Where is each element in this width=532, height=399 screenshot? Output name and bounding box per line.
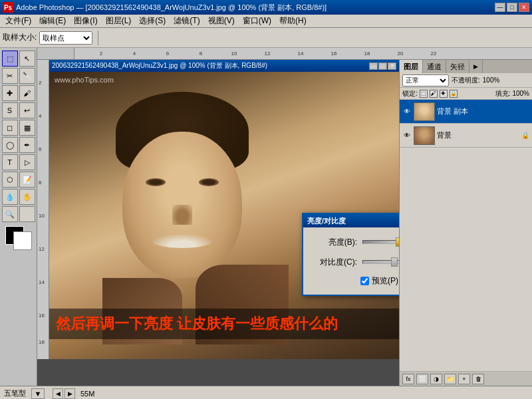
person-face: [122, 132, 242, 278]
layer-fx-button[interactable]: fx: [402, 374, 414, 384]
dialog-title: 亮度/对比度: [307, 216, 346, 226]
layer-mask-button[interactable]: ⬜: [416, 374, 428, 384]
tutorial-text-overlay: 然后再调一下亮度 让皮肤有一些质感什么的: [49, 309, 399, 339]
tool-healing[interactable]: ✚: [2, 85, 18, 101]
menu-window[interactable]: 窗口(W): [239, 15, 275, 27]
tab-more[interactable]: ▶: [469, 60, 483, 73]
tool-eraser[interactable]: ◻: [2, 120, 18, 136]
lock-controls: 锁定: ⬚ 🖌 ✚ 🔒 填充: 100%: [400, 88, 532, 100]
tool-stamp[interactable]: S: [2, 102, 18, 118]
tool-lasso[interactable]: ↖: [19, 51, 35, 66]
brightness-label: 亮度(B):: [314, 237, 357, 248]
lock-move-icon[interactable]: ✚: [440, 90, 448, 98]
menu-image[interactable]: 图像(I): [70, 15, 101, 27]
menu-layer[interactable]: 图层(L): [102, 15, 136, 27]
tool-eyedropper[interactable]: 💧: [2, 189, 18, 205]
ruler-mark-18: 18: [364, 51, 370, 57]
layer-adjustment-button[interactable]: ◑: [430, 374, 442, 384]
menu-edit[interactable]: 编辑(E): [35, 15, 70, 27]
blend-mode-select[interactable]: 正常: [402, 74, 449, 86]
menu-help[interactable]: 帮助(H): [275, 15, 311, 27]
person-eye-left: [146, 178, 166, 186]
contrast-slider[interactable]: [362, 260, 399, 264]
options-toolbar: 取样大小: 取样点 3×3均值 5×5均值: [0, 28, 532, 48]
window-controls: — □ ✕: [495, 3, 529, 12]
layer-group-button[interactable]: 📁: [444, 374, 456, 384]
document-title: 200632921562490438_ArWojUnuZ3v1.jpg @ 10…: [52, 61, 267, 70]
ruler-mark-6: 6: [166, 51, 169, 57]
preview-label[interactable]: 预览(P): [372, 275, 398, 287]
tool-slice[interactable]: 🔪: [19, 68, 35, 84]
vruler-mark-14: 14: [39, 279, 45, 285]
menu-filter[interactable]: 滤镜(T): [170, 15, 203, 27]
tool-notes[interactable]: 📝: [19, 172, 35, 188]
prev-button[interactable]: ◀: [53, 388, 63, 399]
status-tool-label: 五笔型: [4, 388, 26, 398]
vruler-mark-10: 10: [39, 213, 45, 219]
person-nose: [172, 205, 192, 225]
ruler-corner: [37, 48, 74, 60]
tool-hand[interactable]: ✋: [19, 189, 35, 205]
close-button[interactable]: ✕: [519, 3, 529, 12]
tool-zoom[interactable]: 🔍: [2, 206, 18, 222]
doc-maximize[interactable]: □: [378, 63, 387, 70]
tool-path[interactable]: ▷: [19, 154, 35, 170]
layer-name-2: 背景: [437, 130, 519, 140]
layers-panel: 图层 通道 矢径 ▶ 正常 不透明度: 100% 锁定: ⬚: [399, 60, 532, 386]
layer-visibility-icon-2[interactable]: 👁: [402, 131, 412, 140]
background-color[interactable]: [13, 231, 32, 250]
blend-opacity-controls: 正常 不透明度: 100%: [400, 73, 532, 88]
menu-file[interactable]: 文件(F): [1, 15, 35, 27]
ruler-mark-12: 12: [265, 51, 271, 57]
minimize-button[interactable]: —: [495, 3, 505, 12]
ruler-mark-16: 16: [331, 51, 337, 57]
next-button[interactable]: ▶: [65, 388, 75, 399]
ruler-mark-22: 22: [431, 51, 437, 57]
doc-minimize[interactable]: —: [369, 63, 378, 70]
tool-brush[interactable]: 🖌: [19, 85, 35, 101]
layer-visibility-icon-1[interactable]: 👁: [402, 107, 412, 116]
tool-crop[interactable]: ✂: [2, 68, 18, 84]
menu-select[interactable]: 选择(S): [135, 15, 170, 27]
tool-history[interactable]: ↩: [19, 102, 35, 118]
tool-dodge[interactable]: ◯: [2, 137, 18, 153]
layer-panel-controls: fx ⬜ ◑ 📁 + 🗑: [400, 371, 532, 386]
lock-transparent-icon[interactable]: ⬚: [420, 90, 428, 98]
tab-channels[interactable]: 通道: [423, 60, 446, 73]
contrast-row: 对比度(C):: [314, 255, 399, 269]
tool-text[interactable]: T: [2, 154, 18, 170]
brightness-slider[interactable]: [362, 240, 399, 244]
vruler-mark-2: 2: [39, 80, 41, 86]
tool-pen[interactable]: ✒: [19, 137, 35, 153]
layer-delete-button[interactable]: 🗑: [472, 374, 484, 384]
lock-paint-icon[interactable]: 🖌: [430, 90, 438, 98]
tool-marquee[interactable]: ⬚: [2, 51, 18, 66]
vruler-mark-4: 4: [39, 113, 41, 119]
layer-thumbnail-1: [414, 102, 435, 121]
menu-view[interactable]: 视图(V): [204, 15, 239, 27]
sample-size-select[interactable]: 取样点 3×3均值 5×5均值: [39, 31, 92, 45]
color-swatches: [3, 226, 35, 250]
tab-paths[interactable]: 矢径: [446, 60, 469, 73]
dialog-body: 亮度(B): 对比度(C):: [303, 227, 399, 295]
dialog-titlebar: 亮度/对比度 ✕: [303, 214, 399, 227]
tool-empty: [19, 206, 35, 222]
contrast-label: 对比度(C):: [314, 257, 357, 268]
layer-item-bg-copy[interactable]: 👁 背景 副本: [400, 100, 532, 124]
tool-gradient[interactable]: ▦: [19, 120, 35, 136]
dialog-content: 亮度(B): 对比度(C):: [314, 235, 399, 287]
brightness-contrast-dialog: 亮度/对比度 ✕ 亮度(B):: [302, 213, 399, 296]
lock-all-icon[interactable]: 🔒: [450, 90, 458, 98]
fill-value: 100%: [512, 90, 529, 97]
tab-layers[interactable]: 图层: [400, 60, 423, 73]
brightness-thumb[interactable]: [396, 237, 399, 247]
layer-item-bg[interactable]: 👁 背景 🔒: [400, 124, 532, 148]
vruler-mark-16: 16: [39, 313, 45, 319]
layer-new-button[interactable]: +: [458, 374, 470, 384]
preview-checkbox[interactable]: [360, 277, 369, 285]
doc-close[interactable]: ✕: [388, 63, 396, 70]
input-method-icon[interactable]: ▼: [31, 388, 45, 399]
contrast-thumb[interactable]: [391, 257, 398, 267]
tool-shape[interactable]: ⬡: [2, 172, 18, 188]
maximize-button[interactable]: □: [507, 3, 517, 12]
